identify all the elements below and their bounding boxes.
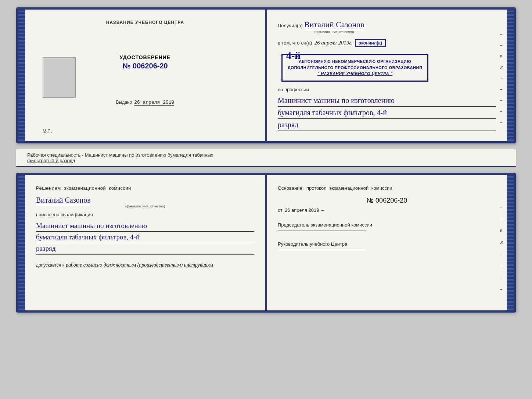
udostoverenie-number: № 006206-20 [122, 62, 168, 70]
bottom-certificate-book: Решением экзаменационной комиссии Витали… [16, 173, 516, 313]
head-signature-line [278, 250, 366, 250]
info-strip: Рабочая специальность - Машинист машины … [16, 149, 516, 167]
ot-date: 26 апреля 2019 [285, 207, 319, 213]
qualification-line2: бумагидля табачных фильтров, 4-й [36, 232, 254, 243]
okoncil-label: окончил(а) [355, 39, 386, 47]
osnovanie-label: Основание: протокол экзаменационной коми… [278, 185, 496, 191]
top-right-page: – – и ,а ← – – – – Получил(а) Виталий Са… [267, 10, 507, 141]
binding-right [507, 10, 514, 141]
profession-line1: Машинист машины по изготовлению [278, 95, 496, 107]
qualification-line3: разряд [36, 243, 254, 254]
photo-placeholder [43, 57, 76, 98]
right-side-marks: – – и ,а ← – – – – [500, 32, 504, 124]
bottom-name: Виталий Сазонов [36, 196, 91, 205]
udostoverenie-label: УДОСТОВЕРЕНИЕ [120, 54, 170, 60]
stamp-line3: " НАЗВАНИЕ УЧЕБНОГО ЦЕНТРА " [288, 71, 422, 77]
mp-label: М.П. [43, 129, 52, 134]
vydano-date: 26 апреля 2019 [134, 100, 174, 106]
info-text-normal: Рабочая специальность - Машинист машины … [27, 152, 213, 158]
vtom-date: 26 апреля 2019г. [314, 40, 352, 46]
qualification-line1: Машинист машины по изготовлению [36, 220, 254, 232]
name-subtitle: (фамилия, имя, отчество) [304, 30, 364, 34]
head-title: Руководитель учебного Центра [278, 241, 496, 247]
top-certificate-book: НАЗВАНИЕ УЧЕБНОГО ЦЕНТРА УДОСТОВЕРЕНИЕ №… [16, 7, 516, 143]
bottom-left-page: Решением экзаменационной комиссии Витали… [25, 175, 265, 310]
binding-right-bottom [507, 175, 514, 310]
vtom-line: в том, что он(a) 26 апреля 2019г. окончи… [278, 39, 496, 47]
stamp-block: 4-й АВТОНОМНУЮ НЕКОММЕРЧЕСКУЮ ОРГАНИЗАЦИ… [281, 54, 428, 82]
bottom-left-title: Решением экзаменационной комиссии [36, 185, 254, 191]
stamp-number: 4-й [286, 50, 301, 61]
poluchil-line: Получил(а) Виталий Сазонов (фамилия, имя… [278, 20, 496, 34]
po-professii-label: по профессии [278, 87, 496, 92]
stamp-line2: ДОПОЛНИТЕЛЬНОГО ПРОФЕССИОНАЛЬНОГО ОБРАЗО… [288, 65, 422, 71]
chairman-title: Председатель экзаменационной комиссии [278, 222, 496, 228]
bottom-number: № 006206-20 [278, 197, 496, 204]
profession-line3: разряд [278, 119, 496, 131]
dopuskaetsya-text: работе согласно должностным (производств… [66, 262, 213, 268]
left-header: НАЗВАНИЕ УЧЕБНОГО ЦЕНТРА [36, 20, 254, 25]
chairman-signature-line [278, 231, 366, 231]
binding-left [18, 10, 25, 141]
stamp-line1: АВТОНОМНУЮ НЕКОММЕРЧЕСКУЮ ОРГАНИЗАЦИЮ [288, 58, 422, 65]
profession-line2: бумагидля табачных фильтров, 4-й [278, 107, 496, 119]
vydano-prefix: Выдано 26 апреля 2019 [116, 100, 175, 106]
info-text-underlined: фильтров, 4-й разряд [27, 158, 75, 163]
ot-line: от 26 апреля 2019 – [278, 207, 496, 213]
bottom-right-page: – – и ,а ← – – – Основание: протокол экз… [267, 175, 507, 310]
top-left-page: НАЗВАНИЕ УЧЕБНОГО ЦЕНТРА УДОСТОВЕРЕНИЕ №… [25, 10, 265, 141]
recipient-name: Виталий Сазонов [304, 20, 364, 30]
binding-left-bottom [18, 175, 25, 310]
right-side-marks-bottom: – – и ,а ← – – – [500, 204, 504, 291]
dopuskaetsya-line: допускается к работе согласно должностны… [36, 262, 254, 268]
prisvoena-label: присвоена квалификация [36, 212, 254, 217]
